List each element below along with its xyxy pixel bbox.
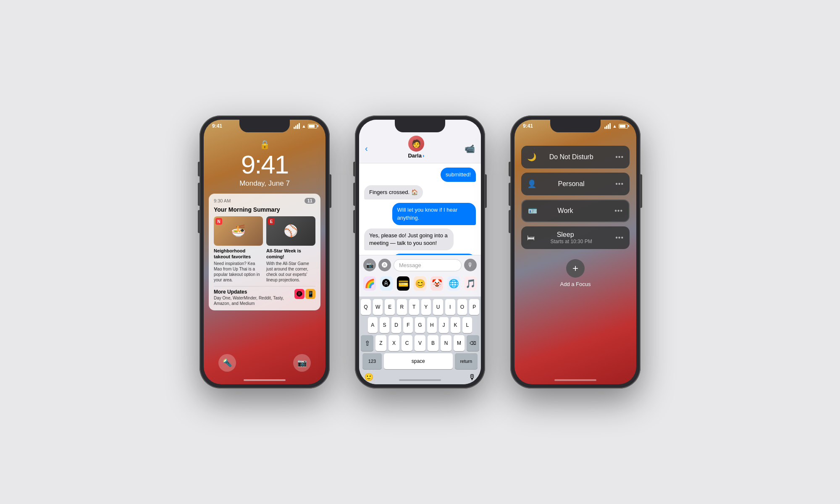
back-button[interactable]: ‹	[365, 144, 368, 153]
key-g[interactable]: G	[415, 317, 425, 333]
flashlight-button[interactable]: 🔦	[218, 354, 236, 372]
dictation-key[interactable]: 🎙	[468, 373, 476, 382]
personal-options[interactable]: •••	[615, 180, 624, 188]
power-button[interactable]	[640, 174, 642, 208]
gmaps-drawer-icon[interactable]: 🌐	[447, 276, 460, 291]
power-button[interactable]	[329, 174, 331, 208]
work-options[interactable]: •••	[614, 207, 623, 215]
status-icons: ▲	[604, 123, 628, 129]
morning-summary-card[interactable]: 9:30 AM 11 Your Morning Summary N 🍜 Neig…	[209, 194, 320, 310]
contact-name[interactable]: Darla ›	[408, 152, 424, 159]
dnd-options[interactable]: •••	[615, 153, 624, 161]
app-attach-button[interactable]: 🅐	[378, 259, 391, 271]
key-w[interactable]: W	[373, 299, 383, 315]
notif-title: Your Morning Summary	[214, 206, 315, 213]
key-o[interactable]: O	[457, 299, 467, 315]
key-d[interactable]: D	[391, 317, 401, 333]
key-p[interactable]: P	[469, 299, 479, 315]
phone-focus: 9:41 ▲ 🌙	[510, 116, 640, 388]
home-indicator[interactable]	[554, 379, 596, 381]
volume-up-button[interactable]	[509, 183, 511, 206]
key-r[interactable]: R	[397, 299, 407, 315]
notif-time: 9:30 AM	[214, 198, 231, 203]
news-item-1[interactable]: N 🍜 Neighborhood takeout favorites Need …	[214, 216, 263, 283]
key-v[interactable]: V	[415, 335, 425, 351]
music-drawer-icon[interactable]: 🎵	[464, 276, 477, 291]
work-label: Work	[558, 207, 573, 215]
key-j[interactable]: J	[439, 317, 449, 333]
contact-avatar[interactable]: 🧑	[408, 136, 424, 152]
news-item-2[interactable]: E ⚾ All-Star Week is coming! With the Al…	[266, 216, 315, 283]
key-l[interactable]: L	[462, 317, 472, 333]
apple-news-logo: N	[215, 218, 222, 225]
mute-button[interactable]	[198, 162, 200, 176]
volume-down-button[interactable]	[509, 210, 511, 233]
key-t[interactable]: T	[409, 299, 419, 315]
lockscreen-bottom-controls: 🔦 📷	[204, 354, 326, 372]
key-z[interactable]: Z	[375, 335, 386, 351]
sticker-drawer-icon[interactable]: 🤡	[430, 276, 443, 291]
phone-messages: ‹ 🧑 Darla › 📹 submitted! Fingers crossed…	[355, 116, 485, 388]
volume-up-button[interactable]	[198, 183, 200, 206]
lockscreen-background: 9:41 ▲ 🔒 9:41 Monday, June 7	[204, 120, 326, 384]
camera-button[interactable]: 📷	[293, 354, 311, 372]
key-b[interactable]: B	[428, 335, 438, 351]
news-2-body: With the All-Star Game just around the c…	[266, 261, 315, 283]
lock-date: Monday, June 7	[204, 179, 326, 188]
volume-up-button[interactable]	[353, 183, 355, 206]
wifi-icon: ▲	[302, 123, 306, 129]
key-u[interactable]: U	[433, 299, 443, 315]
mute-button[interactable]	[509, 162, 511, 176]
volume-down-button[interactable]	[198, 210, 200, 233]
key-f[interactable]: F	[403, 317, 413, 333]
camera-attach-button[interactable]: 📷	[363, 259, 376, 271]
appstore-drawer-icon[interactable]: 🅐	[380, 276, 393, 291]
delete-key[interactable]: ⌫	[467, 335, 479, 351]
more-updates-section[interactable]: More Updates Day One, WaterMinder, Reddi…	[214, 286, 315, 306]
power-button[interactable]	[485, 174, 487, 208]
space-key[interactable]: space	[384, 353, 453, 369]
status-icons: ▲	[294, 123, 317, 129]
battery-icon	[619, 124, 628, 129]
news-1-body: Need inspiration? Kea Mao from Up Thai i…	[214, 261, 263, 283]
key-a[interactable]: A	[368, 317, 378, 333]
messages-body: submitted! Fingers crossed. 🏠 Will let y…	[359, 163, 481, 255]
volume-down-button[interactable]	[353, 210, 355, 233]
photos-drawer-icon[interactable]: 🌈	[363, 276, 376, 291]
applepay-drawer-icon[interactable]: 💳	[397, 276, 410, 291]
message-text-input[interactable]: Message	[394, 259, 462, 271]
focus-sleep-row[interactable]: 🛏 Sleep Starts at 10:30 PM •••	[521, 226, 630, 249]
message-bubble-received-1: Fingers crossed. 🏠	[364, 185, 423, 200]
key-s[interactable]: S	[380, 317, 389, 333]
key-k[interactable]: K	[451, 317, 460, 333]
add-focus-button[interactable]: +	[566, 259, 585, 278]
emoji-key[interactable]: 🙂	[364, 373, 373, 382]
home-indicator[interactable]	[399, 379, 441, 381]
key-c[interactable]: C	[402, 335, 412, 351]
key-n[interactable]: N	[441, 335, 452, 351]
signal-icon	[294, 123, 300, 129]
video-call-button[interactable]: 📹	[465, 144, 475, 153]
focus-screen: 9:41 ▲ 🌙	[514, 120, 636, 384]
more-updates-icons: 🅡 📱	[294, 289, 315, 299]
sleep-options[interactable]: •••	[615, 234, 624, 242]
news-1-title: Neighborhood takeout favorites	[214, 248, 263, 260]
memoji-drawer-icon[interactable]: 😊	[414, 276, 426, 291]
mute-button[interactable]	[353, 162, 355, 176]
key-y[interactable]: Y	[421, 299, 431, 315]
key-i[interactable]: I	[445, 299, 455, 315]
notch	[550, 120, 601, 132]
key-m[interactable]: M	[454, 335, 465, 351]
audio-record-button[interactable]: 🎙	[464, 259, 477, 271]
key-h[interactable]: H	[427, 317, 437, 333]
focus-personal-row[interactable]: 👤 Personal •••	[521, 173, 630, 195]
return-key[interactable]: return	[455, 353, 478, 369]
key-e[interactable]: E	[385, 299, 395, 315]
num-key[interactable]: 123	[362, 353, 382, 369]
home-indicator[interactable]	[244, 379, 286, 381]
key-x[interactable]: X	[388, 335, 399, 351]
focus-work-row[interactable]: 🪪 Work •••	[521, 200, 630, 222]
focus-dnd-row[interactable]: 🌙 Do Not Disturb •••	[521, 146, 630, 168]
key-q[interactable]: Q	[361, 299, 371, 315]
shift-key[interactable]: ⇧	[361, 335, 373, 351]
